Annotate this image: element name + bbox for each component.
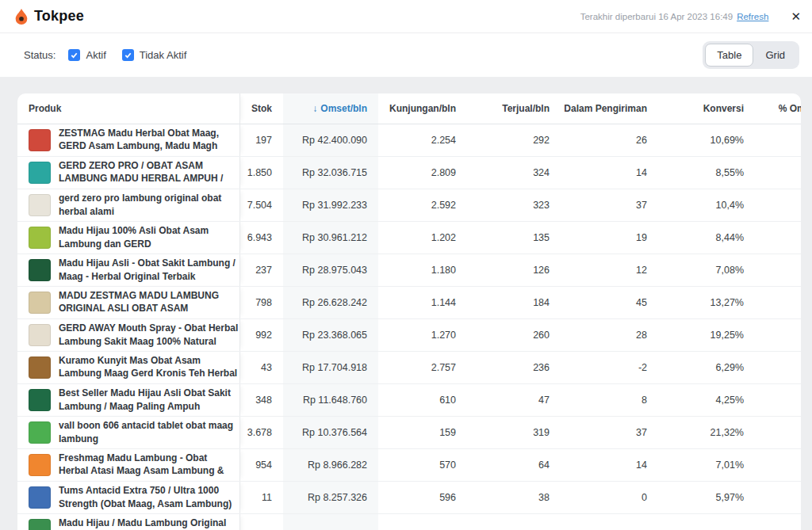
filter-bar: Status: Aktif Tidak Aktif Table Grid [0, 33, 812, 77]
table-row[interactable]: Best Seller Madu Hijau Asli Obat Sakit L… [17, 383, 801, 416]
cell-omset [283, 513, 378, 530]
cell-omset: Rp 30.961.212 [283, 221, 378, 254]
table-row[interactable]: Madu Hijau / Madu Lambung Original Obat [17, 513, 801, 530]
column-header-dalam_pengiriman[interactable]: Dalam Pengiriman [561, 93, 658, 124]
cell-terjual: 236 [467, 351, 561, 383]
cell-kunjungan: 2.254 [378, 124, 467, 156]
product-thumbnail [29, 162, 51, 184]
cell-terjual: 292 [467, 124, 561, 156]
table-row[interactable]: ZESTMAG Madu Herbal Obat Maag, GERD Asam… [17, 124, 801, 156]
cell-produk: Freshmag Madu Lambung - Obat Herbal Atas… [17, 448, 239, 481]
product-thumbnail [29, 259, 51, 281]
cell-produk: GERD AWAY Mouth Spray - Obat Herbal Lamb… [17, 318, 239, 351]
cell-omset: Rp 8.966.282 [283, 448, 378, 481]
cell-stok: 798 [239, 286, 283, 318]
column-label: % Omset [779, 103, 801, 114]
cell-stok [239, 513, 283, 530]
cell-stok: 237 [239, 254, 283, 286]
table-row[interactable]: Kuramo Kunyit Mas Obat Asam Lambung Maag… [17, 351, 801, 383]
cell-konversi: 7,01% [658, 448, 755, 481]
cell-omset: Rp 10.376.564 [283, 416, 378, 448]
cell-kunjungan: 1.144 [378, 286, 467, 318]
cell-terjual: 184 [467, 286, 561, 318]
checkbox-checked-icon [68, 49, 80, 61]
cell-pct_omset [755, 156, 801, 189]
column-label: Konversi [703, 103, 744, 114]
cell-pct_omset [755, 189, 801, 221]
cell-kunjungan: 1.180 [378, 254, 467, 286]
cell-terjual: 64 [467, 448, 561, 481]
cell-omset: Rp 31.992.233 [283, 189, 378, 221]
cell-dalam_pengiriman: 37 [561, 189, 658, 221]
table-row[interactable]: Madu Hijau Asli - Obat Sakit Lambung / M… [17, 254, 801, 286]
table-row[interactable]: GERD AWAY Mouth Spray - Obat Herbal Lamb… [17, 318, 801, 351]
cell-kunjungan: 1.270 [378, 318, 467, 351]
table-row[interactable]: vall boon 606 antacid tablet obat maag l… [17, 416, 801, 448]
table-row[interactable]: Freshmag Madu Lambung - Obat Herbal Atas… [17, 448, 801, 481]
table-view-button[interactable]: Table [705, 44, 753, 67]
cell-stok: 992 [239, 318, 283, 351]
table-row[interactable]: GERD ZERO PRO / OBAT ASAM LAMBUNG MADU H… [17, 156, 801, 189]
product-thumbnail [29, 324, 51, 346]
cell-kunjungan: 1.202 [378, 221, 467, 254]
table-header-row: ProdukStok↓Omset/blnKunjungan/blnTerjual… [17, 93, 801, 124]
cell-konversi: 13,27% [658, 286, 755, 318]
cell-terjual: 324 [467, 156, 561, 189]
cell-pct_omset [755, 351, 801, 383]
refresh-link[interactable]: Refresh [737, 12, 768, 21]
table-row[interactable]: gerd zero pro lambung original obat herb… [17, 189, 801, 221]
sort-desc-icon: ↓ [312, 103, 317, 114]
app-logo[interactable]: Tokpee [13, 8, 84, 25]
cell-terjual: 38 [467, 481, 561, 513]
product-thumbnail [29, 421, 51, 444]
table-card: ProdukStok↓Omset/blnKunjungan/blnTerjual… [17, 93, 801, 530]
topbar: Tokpee Terakhir diperbarui 16 Apr 2023 1… [0, 0, 812, 33]
cell-pct_omset [755, 383, 801, 416]
cell-produk: Madu Hijau Asli - Obat Sakit Lambung / M… [17, 254, 239, 286]
cell-omset: Rp 32.036.715 [283, 156, 378, 189]
table-row[interactable]: Tums Antacid Extra 750 / Ultra 1000 Stre… [17, 481, 801, 513]
column-header-stok[interactable]: Stok [239, 93, 283, 124]
main-content: ProdukStok↓Omset/blnKunjungan/blnTerjual… [0, 77, 812, 530]
column-header-terjual[interactable]: Terjual/bln [467, 93, 561, 124]
column-header-kunjungan[interactable]: Kunjungan/bln [378, 93, 467, 124]
cell-terjual: 260 [467, 318, 561, 351]
table-row[interactable]: Madu Hijau 100% Asli Obat Asam Lambung d… [17, 221, 801, 254]
cell-dalam_pengiriman: -2 [561, 351, 658, 383]
column-header-omset[interactable]: ↓Omset/bln [283, 93, 378, 124]
cell-omset: Rp 42.400.090 [283, 124, 378, 156]
status-tidak-aktif-checkbox[interactable]: Tidak Aktif [122, 49, 186, 61]
product-name: MADU ZESTMAG MADU LAMBUNG ORIGINAL ASLI … [59, 289, 239, 315]
cell-produk: Madu Hijau / Madu Lambung Original Obat [17, 513, 239, 530]
cell-konversi: 7,08% [658, 254, 755, 286]
cell-kunjungan: 2.809 [378, 156, 467, 189]
tokpee-logo-icon [13, 8, 30, 25]
product-thumbnail [29, 292, 51, 314]
cell-stok: 7.504 [239, 189, 283, 221]
column-header-konversi[interactable]: Konversi [658, 93, 755, 124]
column-label: Produk [29, 103, 61, 114]
close-icon[interactable]: ✕ [791, 10, 801, 22]
cell-konversi: 8,44% [658, 221, 755, 254]
cell-konversi: 10,69% [658, 124, 755, 156]
cell-produk: ZESTMAG Madu Herbal Obat Maag, GERD Asam… [17, 124, 239, 156]
column-header-pct_omset[interactable]: % Omset [755, 93, 801, 124]
cell-omset: Rp 8.257.326 [283, 481, 378, 513]
product-name: GERD AWAY Mouth Spray - Obat Herbal Lamb… [59, 322, 239, 347]
table-row[interactable]: MADU ZESTMAG MADU LAMBUNG ORIGINAL ASLI … [17, 286, 801, 318]
product-name: Tums Antacid Extra 750 / Ultra 1000 Stre… [59, 484, 239, 509]
product-thumbnail [29, 129, 51, 151]
product-thumbnail [29, 389, 51, 411]
product-thumbnail [29, 454, 51, 476]
cell-konversi [658, 513, 755, 530]
product-name: Freshmag Madu Lambung - Obat Herbal Atas… [59, 452, 239, 478]
cell-konversi: 6,29% [658, 351, 755, 383]
product-name: vall boon 606 antacid tablet obat maag l… [59, 419, 239, 444]
status-aktif-label: Aktif [86, 49, 105, 61]
product-name: Madu Hijau 100% Asli Obat Asam Lambung d… [59, 224, 239, 250]
column-header-produk[interactable]: Produk [17, 93, 239, 124]
cell-kunjungan: 2.757 [378, 351, 467, 383]
grid-view-button[interactable]: Grid [753, 44, 797, 67]
status-aktif-checkbox[interactable]: Aktif [68, 49, 105, 61]
product-name: gerd zero pro lambung original obat herb… [59, 192, 239, 217]
